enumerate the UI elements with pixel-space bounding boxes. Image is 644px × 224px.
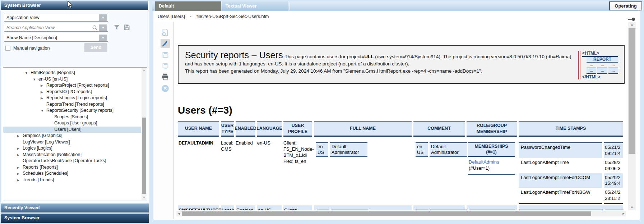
expander-icon[interactable]	[41, 108, 46, 114]
report-title: Security reports – Users	[185, 50, 283, 60]
timestamp-name: PasswordChangedTime	[519, 142, 602, 158]
display-mode-combo[interactable]: Show Name [Description] ▼	[4, 34, 108, 42]
timestamp-name: LastLogonAttemptTimeForCCOM	[519, 173, 602, 188]
memberships-count: (#User=1)	[469, 165, 514, 172]
tree-item-reports[interactable]: Reports [Reports]	[3, 164, 141, 171]
save-as-icon[interactable]	[161, 61, 170, 70]
tree-item-reportsproject[interactable]: ReportsProject [Project reports]	[3, 82, 141, 89]
close-icon[interactable]: ✕	[161, 84, 170, 93]
tree-item-logics[interactable]: Logics [Logics]	[3, 145, 141, 152]
tree-item-scopes[interactable]: Scopes [Scopes]	[3, 114, 141, 120]
tree-item-users-selected[interactable]: Users [Users]	[3, 127, 141, 133]
tab-textual-viewer[interactable]: Textual Viewer	[222, 1, 288, 11]
scroll-up-icon[interactable]: ▲	[628, 22, 636, 27]
tab-default[interactable]: Default	[155, 1, 221, 11]
expander-icon[interactable]	[33, 77, 38, 83]
cell-user-profile: Client:	[283, 205, 312, 210]
cell-memberships: MEMBERSHIPS	[467, 205, 517, 210]
tree-item-en-us[interactable]: en-US [en-US]	[3, 76, 141, 83]
scroll-down-icon[interactable]: ▼	[142, 195, 147, 200]
tree-item-schedules[interactable]: Schedules [Schedules]	[3, 170, 141, 177]
tree-item-reportsio[interactable]: ReportsIO [I/O reports]	[3, 89, 141, 95]
logo-grid: ... ... ... ... ... ...	[587, 63, 618, 74]
col-time-stamps: TIME STAMPS	[519, 121, 623, 137]
print-icon[interactable]	[161, 72, 170, 82]
scroll-left-icon[interactable]: ◄	[176, 211, 181, 216]
html-report-document: Security reports – Users This page conta…	[173, 22, 627, 210]
timestamp-value: 05/20/215:49:4	[604, 173, 623, 188]
cell-time-stamps: PasswordChangedTime 05/21/209:21:4 LastL…	[519, 138, 623, 204]
cell-comment: en-US Default Administrator	[413, 138, 465, 204]
view-selector-combo[interactable]: Application View ▼	[4, 14, 108, 22]
operating-mode-button[interactable]: Operating	[609, 1, 642, 10]
tree-item-logviewer[interactable]: LogViewer [Log Viewer]	[3, 139, 141, 146]
system-browser-panel: System Browser Application View ▼ ▼ Show…	[1, 1, 149, 223]
expander-icon[interactable]	[17, 171, 23, 177]
timestamp-value: 01/01/1	[605, 210, 624, 210]
defaultadmins-link[interactable]: DefaultAdmins	[469, 159, 514, 165]
col-user-profile: USER PROFILE	[283, 121, 312, 137]
new-report-icon[interactable]	[161, 28, 170, 37]
tree-item-reportstrend[interactable]: ReportsTrend [Trend reports]	[3, 101, 141, 108]
timestamp-name: LastLogonAttemptTimeForNBGW	[519, 188, 602, 204]
save-icon[interactable]	[161, 50, 170, 59]
view-selector-value: Application View	[6, 15, 40, 20]
tree-item-graphics[interactable]: Graphics [Graphics]	[3, 133, 141, 139]
search-options-chevron-icon[interactable]: ▼	[99, 24, 107, 31]
search-icon	[92, 25, 98, 31]
expander-icon[interactable]	[17, 152, 23, 159]
scroll-right-icon[interactable]: ►	[621, 211, 626, 216]
tree-item-groups[interactable]: Groups [User groups]	[3, 120, 141, 127]
users-table-header: USER NAME USER TYPE ENABLED LANGUAGE USE…	[178, 121, 627, 137]
expander-icon[interactable]	[17, 177, 23, 184]
col-enabled: ENABLED	[236, 121, 255, 137]
table-row-gmsdefaultuser: GMSDEFAULTUSER Local: Enabled en-US Clie…	[178, 205, 627, 210]
expander-icon[interactable]	[41, 89, 46, 96]
tree-item-operatortasks[interactable]: OperatorTasksRootNode [Operator Tasks]	[3, 158, 141, 164]
vertical-scrollbar-thumb[interactable]	[629, 28, 635, 154]
html-report-logo: <HTML> REPORT ... ... ... ... ... ... </…	[578, 51, 618, 79]
full-name-lang: en-US	[316, 142, 328, 157]
horizontal-scrollbar-thumb[interactable]	[182, 211, 591, 216]
comment-lang: en-US	[416, 142, 428, 157]
recently-viewed-bar[interactable]: Recently Viewed	[1, 204, 149, 212]
search-input[interactable]	[6, 24, 87, 31]
tree-item-reportslogics[interactable]: ReportsLogics [Logics reports]	[3, 95, 141, 101]
cell-full-name: en Default User	[314, 205, 412, 210]
tree-scrollbar[interactable]: ▲ ▼	[142, 68, 147, 200]
tree-item-reportssecurity[interactable]: ReportsSecurity [Security reports]	[3, 108, 141, 114]
expander-icon[interactable]	[17, 146, 23, 152]
send-button[interactable]: Send	[84, 43, 107, 52]
scroll-up-icon[interactable]: ▲	[142, 68, 147, 73]
application-window: { "window": { "background": "#d6e8f7" },…	[0, 0, 644, 224]
cell-user-name: GMSDEFAULTUSER	[178, 205, 219, 210]
col-role-group: ROLE/GROUP MEMBERSHIP	[467, 121, 517, 137]
comment-value: Default Administrator	[430, 142, 467, 157]
vertical-scrollbar[interactable]: ▲ ▼	[628, 22, 636, 210]
horizontal-scrollbar[interactable]: ◄ ►	[176, 211, 626, 216]
expander-icon[interactable]	[17, 133, 23, 140]
scroll-down-icon[interactable]: ▼	[628, 205, 636, 210]
browser-controls: Application View ▼ ▼ Show Name [Descript…	[1, 10, 148, 67]
manual-navigation-checkbox[interactable]	[5, 46, 10, 51]
filter-funnel-icon[interactable]	[113, 24, 121, 32]
timestamp-name: LastLogonAttemptTime	[519, 158, 602, 173]
search-box: ▼	[4, 24, 108, 32]
edit-pen-icon[interactable]	[161, 39, 170, 48]
tree-item-massnotification[interactable]: MassNotification [Notification]	[3, 152, 141, 158]
logo-red-bars-icon	[578, 51, 580, 79]
pin-icon[interactable]	[628, 18, 638, 21]
expander-icon[interactable]	[25, 70, 31, 77]
system-browser-bar[interactable]: System Browser	[1, 214, 149, 223]
report-header-box: Security reports – Users This page conta…	[178, 45, 625, 84]
expander-icon[interactable]	[41, 95, 46, 102]
expander-icon[interactable]	[41, 83, 46, 89]
chevron-down-icon[interactable]: ▼	[99, 14, 107, 21]
system-browser-header[interactable]: System Browser	[1, 1, 148, 10]
tree-item-htmlreports[interactable]: HtmlReports [Reports]	[3, 70, 141, 76]
tree-item-trends[interactable]: Trends [Trends]	[3, 177, 141, 183]
expander-icon[interactable]	[17, 165, 23, 171]
chevron-down-icon[interactable]: ▼	[99, 35, 107, 41]
save-filter-icon[interactable]	[123, 24, 131, 32]
tree-scrollbar-thumb[interactable]	[142, 118, 146, 194]
